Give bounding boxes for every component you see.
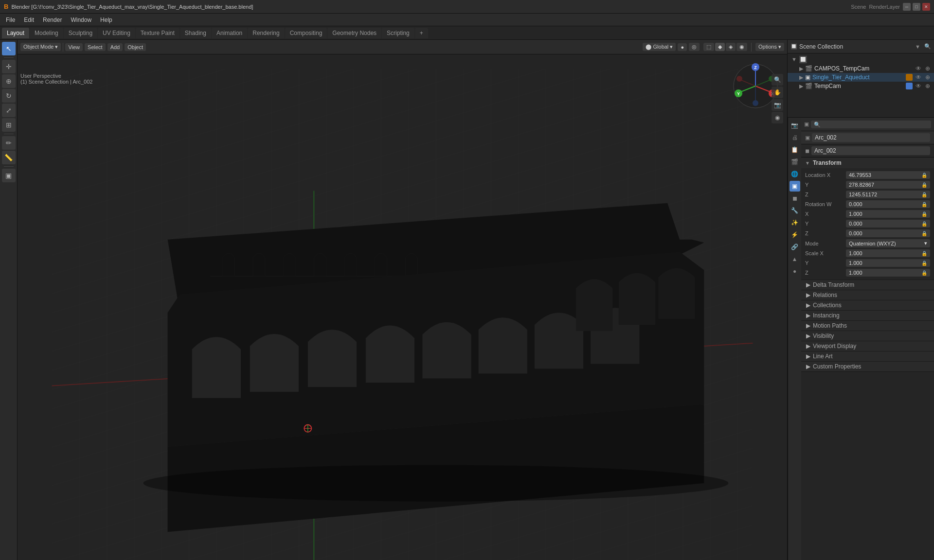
location-z-lock[interactable]: 🔒 <box>921 192 927 197</box>
prop-tab-mesh[interactable]: ◼ <box>790 193 800 204</box>
collections-section[interactable]: ▶ Collections <box>801 300 934 311</box>
close-button[interactable]: ✕ <box>922 3 930 11</box>
tab-scripting[interactable]: Scripting <box>382 28 414 38</box>
object-name-input[interactable]: Arc_002 <box>812 133 930 142</box>
aqueduct-select-icon[interactable]: ⊕ <box>925 74 930 81</box>
custom-properties-section[interactable]: ▶ Custom Properties <box>801 362 934 372</box>
outliner-search[interactable]: 🔍 <box>924 43 931 50</box>
prop-tab-material[interactable]: ● <box>790 266 800 277</box>
prop-tab-view-layer[interactable]: 📋 <box>790 144 800 155</box>
viewport-3d[interactable]: User Perspective (1) Scene Collection | … <box>18 54 787 560</box>
properties-search[interactable] <box>811 121 931 128</box>
tool-annotate[interactable]: ✏ <box>2 136 16 150</box>
tab-compositing[interactable]: Compositing <box>285 28 327 38</box>
visibility-section[interactable]: ▶ Visibility <box>801 331 934 341</box>
scale-y-value[interactable]: 1.000 🔒 <box>846 259 930 267</box>
location-z-value[interactable]: 1245.51172 🔒 <box>846 191 930 198</box>
transform-header[interactable]: ▼ Transform <box>801 158 934 168</box>
menu-render[interactable]: Render <box>39 16 66 24</box>
view-menu[interactable]: View <box>65 43 83 51</box>
menu-window[interactable]: Window <box>67 16 95 24</box>
tab-geometry-nodes[interactable]: Geometry Nodes <box>327 28 381 38</box>
outliner-item-tempcam[interactable]: ▶ 🎬 TempCam 👁 ⊕ <box>788 82 934 90</box>
tool-cursor[interactable]: ✛ <box>2 60 16 73</box>
rotation-x-lock[interactable]: 🔒 <box>921 211 927 217</box>
menu-edit[interactable]: Edit <box>20 16 38 24</box>
camera-view-button[interactable]: 📷 <box>772 99 783 111</box>
scale-x-lock[interactable]: 🔒 <box>921 251 927 256</box>
render-preview-button[interactable]: ◉ <box>772 112 783 123</box>
prop-tab-physics[interactable]: ⚡ <box>790 229 800 240</box>
menu-file[interactable]: File <box>2 16 19 24</box>
line-art-section[interactable]: ▶ Line Art <box>801 351 934 362</box>
scale-y-lock[interactable]: 🔒 <box>921 261 927 266</box>
prop-tab-scene[interactable]: 🎬 <box>790 157 800 167</box>
prop-tab-output[interactable]: 🖨 <box>790 132 800 143</box>
tab-texture-paint[interactable]: Texture Paint <box>136 28 180 38</box>
tab-uv-editing[interactable]: UV Editing <box>98 28 135 38</box>
minimize-button[interactable]: ─ <box>903 3 911 11</box>
tab-modeling[interactable]: Modeling <box>30 28 63 38</box>
prop-tab-world[interactable]: 🌐 <box>790 169 800 179</box>
campos-select-icon[interactable]: ⊕ <box>925 65 930 72</box>
delta-transform-section[interactable]: ▶ Delta Transform <box>801 280 934 290</box>
mode-dropdown[interactable]: Object Mode ▾ <box>20 43 61 51</box>
tool-add-cube[interactable]: ▣ <box>2 169 16 182</box>
select-menu[interactable]: Select <box>85 43 106 51</box>
tool-rotate[interactable]: ↻ <box>2 89 16 103</box>
tab-rendering[interactable]: Rendering <box>248 28 284 38</box>
motion-paths-section[interactable]: ▶ Motion Paths <box>801 321 934 331</box>
location-x-value[interactable]: 46.79553 🔒 <box>846 171 930 179</box>
rotation-y-lock[interactable]: 🔒 <box>921 221 927 227</box>
instancing-section[interactable]: ▶ Instancing <box>801 311 934 321</box>
tool-measure[interactable]: 📏 <box>2 151 16 164</box>
relations-section[interactable]: ▶ Relations <box>801 290 934 300</box>
tab-add[interactable]: + <box>415 28 428 38</box>
campos-eye-icon[interactable]: 👁 <box>916 65 921 72</box>
outliner-filter[interactable]: ▼ <box>915 44 920 50</box>
shading-solid[interactable]: ◆ <box>715 43 725 51</box>
scene-collection-item[interactable]: ▼ 🔲 <box>788 54 934 64</box>
tempcam-select-icon[interactable]: ⊕ <box>925 83 930 89</box>
scale-z-lock[interactable]: 🔒 <box>921 270 927 276</box>
rotation-x-value[interactable]: 1.000 🔒 <box>846 210 930 218</box>
maximize-button[interactable]: □ <box>913 3 920 11</box>
tool-select[interactable]: ↖ <box>2 42 16 55</box>
outliner-item-aqueduct[interactable]: ▶ ▣ Single_Tier_Aqueduct 👁 ⊕ <box>788 73 934 82</box>
prop-tab-render[interactable]: 📷 <box>790 120 800 131</box>
tool-scale[interactable]: ⤢ <box>2 104 16 117</box>
prop-tab-data[interactable]: ▲ <box>790 254 800 264</box>
rotation-w-value[interactable]: 0.000 🔒 <box>846 200 930 208</box>
shading-material[interactable]: ◈ <box>726 43 736 51</box>
tab-layout[interactable]: Layout <box>2 28 29 38</box>
rotation-z-lock[interactable]: 🔒 <box>921 231 927 236</box>
tab-sculpting[interactable]: Sculpting <box>64 28 97 38</box>
tab-shading[interactable]: Shading <box>180 28 211 38</box>
tempcam-eye-icon[interactable]: 👁 <box>916 83 921 89</box>
prop-tab-modifiers[interactable]: 🔧 <box>790 205 800 216</box>
menu-help[interactable]: Help <box>96 16 116 24</box>
aqueduct-eye-icon[interactable]: 👁 <box>916 74 921 81</box>
tool-transform[interactable]: ⊞ <box>2 118 16 132</box>
options-menu[interactable]: Options ▾ <box>755 43 784 51</box>
tab-animation[interactable]: Animation <box>212 28 247 38</box>
outliner-item-campos[interactable]: ▶ 🎬 CAMPOS_TempCam 👁 ⊕ <box>788 64 934 73</box>
rotation-z-value[interactable]: 0.000 🔒 <box>846 229 930 237</box>
rotation-mode-dropdown[interactable]: Quaternion (WXYZ) ▾ <box>846 239 930 247</box>
shading-render[interactable]: ◉ <box>736 43 747 51</box>
data-name-input[interactable]: Arc_002 <box>811 146 930 155</box>
location-y-lock[interactable]: 🔒 <box>921 182 927 188</box>
prop-tab-object[interactable]: ▣ <box>790 181 800 192</box>
shading-wire[interactable]: ⬚ <box>703 43 714 51</box>
location-x-lock[interactable]: 🔒 <box>921 173 927 178</box>
viewport-shading[interactable]: ⬤ Global ▾ <box>643 43 676 51</box>
object-menu[interactable]: Object <box>125 43 146 51</box>
scale-z-value[interactable]: 1.000 🔒 <box>846 269 930 277</box>
prop-tab-constraints[interactable]: 🔗 <box>790 242 800 252</box>
zoom-in-button[interactable]: 🔍 <box>772 74 783 86</box>
viewport-overlay[interactable]: ● <box>678 43 687 51</box>
viewport-xray[interactable]: ◎ <box>689 43 700 51</box>
location-y-value[interactable]: 278.82867 🔒 <box>846 181 930 189</box>
tool-move[interactable]: ⊕ <box>2 74 16 88</box>
add-menu[interactable]: Add <box>108 43 123 51</box>
